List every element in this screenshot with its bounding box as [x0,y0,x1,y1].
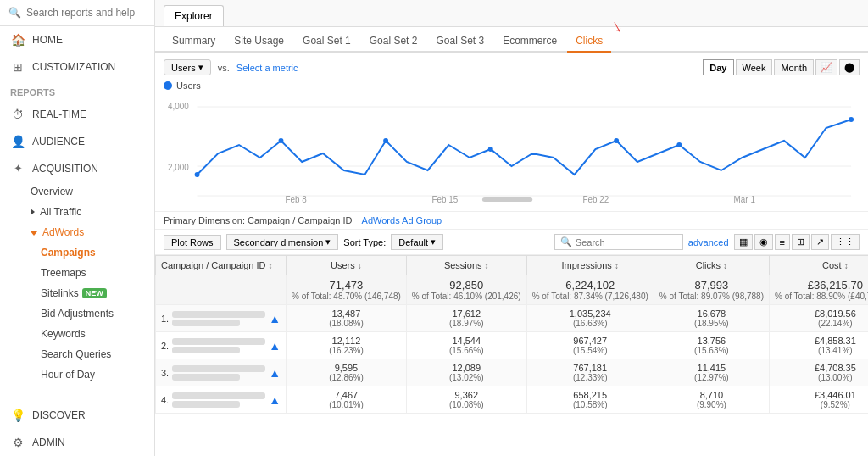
sidebar-item-customization[interactable]: ⊞ CUSTOMIZATION [0,53,154,81]
sidebar-item-discover[interactable]: 💡 DISCOVER [0,402,154,429]
sort-default-button[interactable]: Default ▾ [391,234,443,250]
explorer-tab[interactable]: Explorer [164,5,224,26]
sidebar-item-acquisition[interactable]: ✦ ACQUISITION [0,155,154,181]
row1-users: 13,487(18.08%) [287,305,407,332]
more-button[interactable]: ⋮⋮ [831,234,860,250]
home-icon: 🏠 [10,33,25,47]
table-row: 4. ▲ 7,467(10.01%) 9,362(10.08%) 658,215… [156,386,869,414]
total-sessions: 92,850 % of Total: 46.10% (201,426) [406,275,526,305]
row1-impressions: 1,035,234(16.63%) [526,305,654,332]
select-metric-link[interactable]: Select a metric [236,63,298,73]
sidebar-item-label: AUDIENCE [32,136,85,147]
sort-arrow-icon: ↕ [269,261,273,270]
row2-campaign: 2. ▲ [156,332,287,359]
data-table-wrapper: Campaign / Campaign ID ↕ Users ↓ Session… [155,255,868,456]
legend-label: Users [176,81,201,91]
row2-clicks: 13,756(15.63%) [654,332,769,359]
table-row: 2. ▲ 12,112(16.23%) 14,544(15.66%) 967,4… [156,332,869,359]
row4-impressions: 658,215(10.58%) [526,386,654,414]
adwords-group-link[interactable]: AdWords Ad Group [362,215,442,225]
tab-ecommerce[interactable]: Ecommerce [494,31,565,51]
table-search-box[interactable]: 🔍 [554,234,683,250]
pie-view-button[interactable]: ◉ [754,234,773,250]
svg-text:Mar 1: Mar 1 [734,195,756,204]
row2-users: 12,112(16.23%) [287,332,407,359]
sidebar-item-realtime[interactable]: ⏱ REAL-TIME [0,101,154,128]
arrow-down-icon [31,226,37,238]
tab-site-usage[interactable]: Site Usage [225,31,292,51]
blurred-campaign-name [172,311,265,318]
row3-sessions: 12,089(13.02%) [406,359,526,386]
col-header-impressions[interactable]: Impressions ↕ [526,256,654,275]
pivot-view-button[interactable]: ⊞ [792,234,810,250]
sidebar-item-audience[interactable]: 👤 AUDIENCE [0,128,154,155]
sidebar-sub-sitelinks[interactable]: Sitelinks NEW [0,283,154,303]
tab-summary[interactable]: Summary [164,31,224,51]
row4-sessions: 9,362(10.08%) [406,386,526,414]
users-metric-button[interactable]: Users ▾ [164,59,211,75]
line-chart-button[interactable]: 📈 [815,59,837,75]
sidebar-item-home[interactable]: 🏠 HOME [0,26,154,53]
sidebar-item-label: ACQUISITION [32,163,98,175]
tab-goal-set-1[interactable]: Goal Set 1 [294,31,359,51]
list-view-button[interactable]: ≡ [775,234,790,250]
month-button[interactable]: Month [774,59,814,75]
sidebar-sub-hour-of-day[interactable]: Hour of Day [0,364,154,385]
line-chart: 4,000 2,000 Feb 8 Feb 15 Feb 22 Mar 1 [164,94,860,204]
blurred-campaign-name [172,392,265,399]
admin-icon: ⚙ [10,436,25,449]
sub-tab-bar: Summary Site Usage Goal Set 1 Goal Set 2… [155,27,868,53]
col-header-users[interactable]: Users ↓ [287,256,407,275]
sort-type-label: Sort Type: [343,237,386,247]
sidebar-sub-overview[interactable]: Overview [0,181,154,202]
grid-view-button[interactable]: ▦ [734,234,753,250]
table-row: 1. ▲ 13,487(18.08%) 17,612(18.97%) 1,035… [156,305,869,332]
sidebar-item-label: CUSTOMIZATION [32,61,115,73]
chart-wrapper: 4,000 2,000 Feb 8 Feb 15 Feb 22 Mar 1 [164,94,860,204]
chevron-down-icon: ▾ [198,62,203,73]
sidebar-sub-adwords[interactable]: AdWords [0,222,154,242]
export-button[interactable]: ↗ [811,234,829,250]
table-search-input[interactable] [576,237,677,247]
tab-clicks[interactable]: Clicks ↓ [567,31,611,53]
audience-icon: 👤 [10,135,25,148]
sidebar-sub-search-queries[interactable]: Search Queries [0,344,154,364]
sidebar-sub-bid-adjustments[interactable]: Bid Adjustments [0,303,154,324]
blurred-campaign-name [172,338,265,345]
day-button[interactable]: Day [703,59,733,75]
week-button[interactable]: Week [736,59,773,75]
plot-rows-button[interactable]: Plot Rows [164,235,221,250]
realtime-icon: ⏱ [10,108,25,121]
sidebar-sub-keywords[interactable]: Keywords [0,324,154,344]
advanced-link[interactable]: advanced [688,237,729,247]
svg-point-13 [614,138,619,143]
secondary-dimension-button[interactable]: Secondary dimension ▾ [226,234,339,250]
tab-goal-set-3[interactable]: Goal Set 3 [427,31,492,51]
row2-sessions: 14,544(15.66%) [406,332,526,359]
sidebar-sub-treemaps[interactable]: Treemaps [0,263,154,283]
row1-clicks: 16,678(18.95%) [654,305,769,332]
col-header-clicks[interactable]: Clicks ↕ [654,256,769,275]
search-icon: 🔍 [8,7,21,19]
row3-users: 9,595(12.86%) [287,359,407,386]
tab-goal-set-2[interactable]: Goal Set 2 [361,31,426,51]
sidebar-item-admin[interactable]: ⚙ ADMIN [0,429,154,456]
reports-section-label: Reports [0,81,154,101]
sidebar-sub-alltraffic[interactable]: All Traffic [0,202,154,222]
sort-arrow-icon: ↕ [844,261,849,270]
col-header-campaign[interactable]: Campaign / Campaign ID ↕ [156,256,287,275]
table-totals-row: 71,473 % of Total: 48.70% (146,748) 92,8… [156,275,869,305]
col-header-cost[interactable]: Cost ↕ [770,256,868,275]
search-input[interactable] [26,7,146,19]
pie-chart-button[interactable]: ⬤ [839,59,860,75]
sidebar-sub-campaigns[interactable]: Campaigns [0,242,154,263]
adwords-icon: ▲ [269,339,281,353]
svg-text:2,000: 2,000 [168,163,189,172]
dimension-bar: Primary Dimension: Campaign / Campaign I… [155,211,868,229]
svg-text:4,000: 4,000 [168,102,189,111]
search-bar[interactable]: 🔍 [0,0,154,26]
col-header-sessions[interactable]: Sessions ↕ [406,256,526,275]
chart-controls: Users ▾ vs. Select a metric Day Week Mon… [164,59,860,75]
search-icon: 🔍 [560,236,572,247]
total-cost: £36,215.70 % of Total: 88.90% (£40,739.3… [770,275,868,305]
